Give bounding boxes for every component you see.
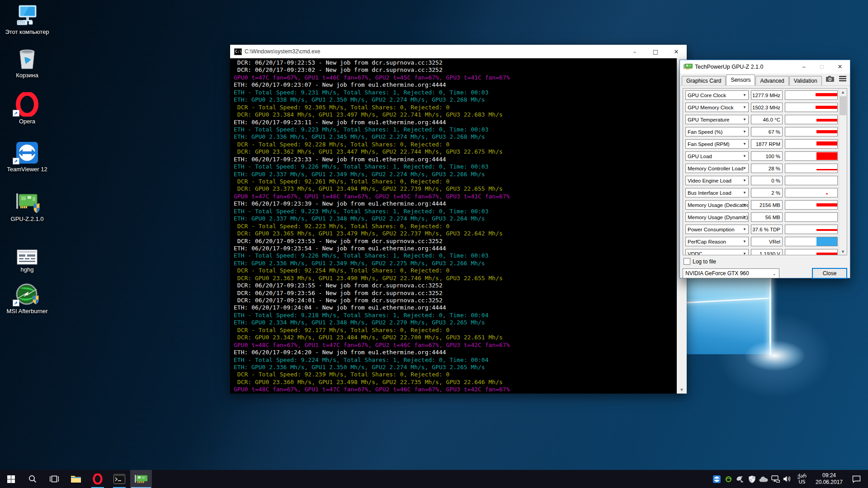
log-to-file-checkbox[interactable] xyxy=(684,258,690,265)
gpuz-minimize-button[interactable]: – xyxy=(795,60,813,73)
cmd-minimize-button[interactable]: – xyxy=(624,45,645,58)
sensor-name-dropdown[interactable]: Fan Speed (%)▼ xyxy=(685,127,749,136)
start-button[interactable] xyxy=(0,470,22,488)
sensor-name-dropdown[interactable]: Fan Speed (RPM)▼ xyxy=(685,139,749,149)
sensor-name-dropdown[interactable]: Bus Interface Load▼ xyxy=(685,188,749,197)
console-line: DCR: GPU0 23.362 Mh/s, GPU1 23.447 Mh/s,… xyxy=(234,148,676,155)
sensor-name-dropdown[interactable]: Memory Usage (Dedicated)▼ xyxy=(685,200,749,210)
document-icon xyxy=(1,241,53,265)
cmd-close-button[interactable]: ✕ xyxy=(666,45,687,58)
tray-network-icon[interactable] xyxy=(769,470,781,488)
chevron-down-icon: ▼ xyxy=(743,239,746,244)
msi-afterburner-icon xyxy=(1,283,53,306)
sensor-graph-bar xyxy=(816,237,837,246)
desktop-icon-this-pc[interactable]: Этот компьютер xyxy=(1,4,53,35)
sensor-name: Memory Usage (Dynamic) xyxy=(688,215,748,220)
sensor-name: Memory Usage (Dedicated) xyxy=(688,202,749,208)
gpuz-maximize-button[interactable]: □ xyxy=(813,60,831,73)
gpuz-title-bar[interactable]: TechPowerUp GPU-Z 2.1.0 – □ ✕ xyxy=(680,60,850,74)
teamviewer-icon xyxy=(1,141,53,164)
taskbar-cmd-button[interactable] xyxy=(108,470,130,488)
sensor-name-dropdown[interactable]: PerfCap Reason▼ xyxy=(685,237,749,246)
cmd-maximize-button[interactable]: □ xyxy=(645,45,666,58)
console-line: DCR: 06/20/17-09:23:02 - New job from dc… xyxy=(234,66,676,74)
sensor-graph xyxy=(785,90,838,100)
console-line: ETH - Total Speed: 9.223 Mh/s, Total Sha… xyxy=(234,126,676,133)
sensor-name-dropdown[interactable]: Memory Usage (Dynamic)▼ xyxy=(685,212,749,222)
console-line: ETH: GPU0 2.338 Mh/s, GPU1 2.350 Mh/s, G… xyxy=(234,96,676,103)
tray-onedrive-icon[interactable] xyxy=(758,470,769,488)
language-indicator[interactable]: ქარ US xyxy=(793,473,811,485)
sensor-scroll-up-icon[interactable]: ▲ xyxy=(839,89,847,95)
desktop-icon-label: Opera xyxy=(1,118,53,125)
log-to-file-label: Log to file xyxy=(693,258,716,265)
action-center-button[interactable] xyxy=(847,470,865,488)
tray-teamviewer-icon[interactable] xyxy=(711,470,722,488)
console-line: ETH - Total Speed: 9.223 Mh/s, Total Sha… xyxy=(234,208,676,215)
tray-defender-icon[interactable] xyxy=(746,470,758,488)
tray-satellite-icon[interactable] xyxy=(734,470,746,488)
sensor-name-dropdown[interactable]: GPU Load▼ xyxy=(685,151,749,161)
sensor-name-dropdown[interactable]: VDDC▼ xyxy=(685,249,749,255)
desktop-icon-recycle-bin[interactable]: Корзина xyxy=(1,47,53,79)
sensor-row: Video Engine Load▼0 % xyxy=(685,176,838,185)
sensor-scroll-down-icon[interactable]: ▼ xyxy=(839,248,847,255)
console-line: ETH - Total Speed: 9.231 Mh/s, Total Sha… xyxy=(234,89,676,96)
desktop-icon-hghg[interactable]: hghg xyxy=(1,241,53,273)
sensor-name-dropdown[interactable]: GPU Temperature▼ xyxy=(685,115,749,124)
tab-sensors[interactable]: Sensors xyxy=(726,75,755,85)
desktop-icon-opera[interactable]: Opera xyxy=(1,93,53,125)
sensor-graph xyxy=(785,115,838,124)
sensor-value: 67 % xyxy=(751,127,783,136)
console-line: DCR: 06/20/17-09:23:53 - New job from dc… xyxy=(234,238,676,245)
menu-hamburger-icon[interactable] xyxy=(839,76,846,81)
sensor-name-dropdown[interactable]: GPU Core Clock▼ xyxy=(685,90,749,100)
cmd-title-bar[interactable]: C:\ C:\Windows\system32\cmd.exe – □ ✕ xyxy=(230,45,687,58)
taskbar-gpuz-button[interactable] xyxy=(130,470,152,488)
close-button[interactable]: Close xyxy=(812,268,847,279)
tab-graphics-card[interactable]: Graphics Card xyxy=(682,76,726,85)
taskbar-clock[interactable]: 09:24 20.06.2017 xyxy=(811,472,847,486)
taskbar-search-button[interactable] xyxy=(22,470,43,488)
console-line: ETH: 06/20/17-09:23:54 - New job from eu… xyxy=(234,245,676,252)
console-line: GPU0 t=48C fan=67%, GPU1 t=47C fan=67%, … xyxy=(234,342,676,349)
clock-date: 20.06.2017 xyxy=(811,479,847,486)
console-line: ETH - Total Speed: 9.226 Mh/s, Total Sha… xyxy=(234,163,676,170)
desktop-icon-msi-afterburner[interactable]: MSI Afterburner xyxy=(1,283,53,314)
gpuz-close-icon-button[interactable]: ✕ xyxy=(831,60,849,73)
sensor-scrollbar[interactable]: ▲ ▼ xyxy=(839,89,847,255)
gpuz-window: TechPowerUp GPU-Z 2.1.0 – □ ✕ Graphics C… xyxy=(679,60,850,278)
sensor-name-dropdown[interactable]: Memory Controller Load▼ xyxy=(685,164,749,173)
task-view-button[interactable] xyxy=(43,470,65,488)
desktop-icon-teamviewer[interactable]: TeamViewer 12 xyxy=(1,141,53,173)
sensor-value: 2 % xyxy=(751,188,783,197)
console-line: DCR: 06/20/17-09:22:53 - New job from dc… xyxy=(234,59,676,66)
taskbar: ქარ US 09:24 20.06.2017 xyxy=(0,470,868,488)
gpu-select-dropdown[interactable]: NVIDIA GeForce GTX 960 ⌄ xyxy=(683,268,779,278)
cmd-scroll-down-icon[interactable]: ▼ xyxy=(677,386,687,394)
tab-advanced[interactable]: Advanced xyxy=(755,76,788,85)
chevron-down-icon: ▼ xyxy=(743,93,746,97)
console-line: ETH: 06/20/17-09:23:39 - New job from eu… xyxy=(234,200,676,207)
sensor-name-dropdown[interactable]: Power Consumption▼ xyxy=(685,225,749,234)
tray-volume-icon[interactable] xyxy=(781,470,793,488)
console-line: DCR - Total Speed: 92.228 Mh/s, Total Sh… xyxy=(234,141,676,148)
sensor-value: 28 % xyxy=(751,164,783,173)
sensor-graph-bar xyxy=(816,130,837,133)
sensor-name-dropdown[interactable]: Video Engine Load▼ xyxy=(685,176,749,185)
tray-nvidia-icon[interactable] xyxy=(722,470,734,488)
sensor-value: 100 % xyxy=(751,151,783,161)
sensor-name: GPU Temperature xyxy=(688,117,729,122)
file-explorer-button[interactable] xyxy=(65,470,87,488)
action-center-icon xyxy=(852,475,861,483)
sensor-row: Bus Interface Load▼2 % xyxy=(685,188,838,197)
desktop-icon-gpuz[interactable]: GPU-Z.2.1.0 xyxy=(1,191,53,222)
screenshot-camera-icon[interactable] xyxy=(826,75,835,82)
sensor-name-dropdown[interactable]: GPU Memory Clock▼ xyxy=(685,103,749,112)
taskbar-opera-button[interactable] xyxy=(87,470,108,488)
console-line: DCR - Total Speed: 92.261 Mh/s, Total Sh… xyxy=(234,178,676,185)
console-line: DCR: GPU0 23.360 Mh/s, GPU1 23.498 Mh/s,… xyxy=(234,379,676,386)
sensor-scroll-thumb[interactable] xyxy=(840,96,846,115)
tab-validation[interactable]: Validation xyxy=(789,76,822,85)
cmd-window: C:\ C:\Windows\system32\cmd.exe – □ ✕ DC… xyxy=(230,44,687,393)
